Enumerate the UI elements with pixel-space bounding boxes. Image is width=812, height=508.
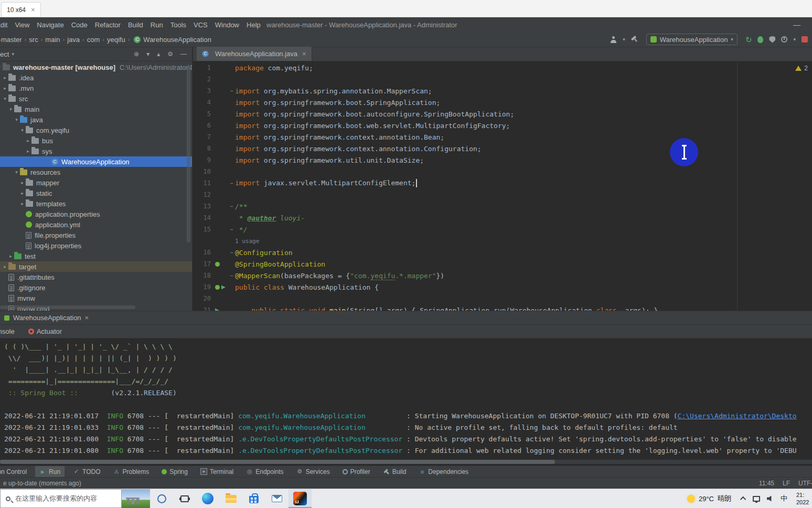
chevron-icon[interactable]: ▸	[19, 180, 26, 185]
tree-item[interactable]: .gitattributes	[0, 272, 192, 282]
gutter-run-icon[interactable]: ▶	[221, 284, 226, 290]
menu-item-window[interactable]: Window	[211, 21, 243, 29]
run-tab-close-icon[interactable]: ×	[85, 314, 89, 322]
breadcrumb-item[interactable]: warehouse-master	[0, 36, 23, 44]
weather-widget[interactable]: 29°C 晴朗	[681, 489, 738, 508]
gear-icon[interactable]: ⚙	[167, 50, 173, 58]
tree-item[interactable]: ▸.mvn	[0, 83, 192, 93]
tray-expand-icon[interactable]	[740, 496, 746, 502]
stop-button[interactable]	[802, 36, 808, 43]
chevron-icon[interactable]: ▾	[19, 128, 26, 133]
fold-icon[interactable]: −	[229, 88, 235, 94]
file-explorer-button[interactable]	[219, 489, 242, 508]
toolwindow-button-terminal[interactable]: Terminal	[196, 466, 238, 477]
store-button[interactable]	[242, 489, 265, 508]
breadcrumb-item[interactable]: yeqifu	[106, 36, 126, 44]
vcs-status-text[interactable]: e up-to-date (moments ago)	[3, 480, 81, 487]
menu-item-help[interactable]: Help	[243, 21, 264, 29]
toolwindow-button-vcs[interactable]: Version Control	[0, 466, 31, 477]
toolwindow-button-dependencies[interactable]: Dependencies	[414, 466, 473, 477]
project-view-selector[interactable]: Project ▾	[0, 50, 14, 58]
menu-item-code[interactable]: Code	[68, 21, 91, 29]
console-file-link[interactable]: C:\Users\Administrator\Deskto	[678, 412, 797, 420]
news-widget-thumbnail[interactable]	[122, 489, 150, 508]
menu-item-vcs[interactable]: VCS	[190, 21, 211, 29]
tab-console[interactable]: Console	[0, 327, 15, 335]
toolwindow-button-services[interactable]: Services	[292, 466, 334, 477]
menu-item-navigate[interactable]: Navigate	[33, 21, 67, 29]
chevron-icon[interactable]: ▾	[2, 96, 8, 101]
task-view-button[interactable]	[173, 489, 196, 508]
tab-actuator[interactable]: Actuator	[28, 327, 62, 335]
fold-icon[interactable]: −	[229, 273, 235, 279]
user-icon[interactable]	[610, 36, 617, 43]
run-tab-title[interactable]: WarehouseApplication	[13, 314, 81, 322]
chevron-icon[interactable]: ▾	[7, 107, 14, 112]
fold-icon[interactable]: −	[229, 250, 235, 256]
tree-item[interactable]: ▸target	[0, 261, 192, 272]
project-scrollbar-horizontal[interactable]	[0, 305, 135, 309]
breadcrumb-item[interactable]: src	[28, 36, 39, 44]
tree-item[interactable]: .gitignore	[0, 282, 192, 293]
fold-icon[interactable]: −	[229, 181, 235, 186]
intellij-button[interactable]	[289, 489, 312, 508]
caret-position[interactable]: 11:45	[759, 480, 774, 487]
tree-item[interactable]: ▸templates	[0, 198, 192, 209]
build-hammer-icon[interactable]	[629, 34, 640, 45]
tree-item[interactable]: ▾resources	[0, 167, 192, 177]
toolwindow-button-todo[interactable]: TODO	[69, 466, 104, 477]
project-scrollbar-vertical[interactable]	[187, 66, 190, 242]
usages-hint[interactable]: 1 usage	[235, 238, 259, 245]
volume-icon[interactable]	[767, 495, 774, 502]
line-separator[interactable]: LF	[783, 480, 790, 487]
hide-panel-icon[interactable]: —	[180, 50, 187, 58]
tree-item[interactable]: log4j.properties	[0, 240, 192, 251]
toolwindow-button-endpoints[interactable]: Endpoints	[242, 466, 287, 477]
debug-button[interactable]	[757, 36, 763, 43]
file-encoding[interactable]: UTF-8	[798, 480, 812, 487]
menu-item-edit[interactable]: Edit	[0, 21, 11, 29]
tree-item[interactable]: ▸mapper	[0, 177, 192, 188]
toolwindow-button-run[interactable]: Run	[35, 466, 65, 477]
breadcrumb-item-class[interactable]: WarehouseApplication	[142, 36, 212, 44]
gutter-bean-icon[interactable]	[215, 285, 220, 290]
tab-close-icon[interactable]: ×	[302, 50, 306, 58]
tree-item[interactable]: ▾warehouse-master [warehouse]C:\Users\Ad…	[0, 62, 192, 72]
toolwindow-button-build[interactable]: Build	[379, 466, 411, 477]
toolwindow-button-profiler[interactable]: Profiler	[338, 466, 375, 477]
run-config-selector[interactable]: WarehouseApplication ▾	[646, 34, 738, 45]
toolwindow-button-problems[interactable]: Problems	[109, 466, 154, 477]
tree-item[interactable]: ▸static	[0, 188, 192, 198]
chevron-icon[interactable]: ▾	[13, 117, 20, 122]
network-icon[interactable]	[753, 496, 760, 502]
vm-tab[interactable]: 10 x64 ×	[1, 2, 41, 17]
vm-tab-close-icon[interactable]: ×	[31, 6, 35, 14]
clock[interactable]: 21: 2022	[796, 491, 812, 506]
console-scrollbar[interactable]	[0, 460, 812, 464]
console-output[interactable]: ( ( )\___ | '_ | '_| | '_ \/ _` | \ \ \ …	[0, 339, 812, 458]
chevron-icon[interactable]: ▸	[2, 86, 8, 91]
chevron-icon[interactable]: ▸	[25, 138, 31, 143]
edge-button[interactable]	[196, 489, 219, 508]
coverage-button[interactable]	[769, 36, 775, 43]
chevron-icon[interactable]: ▸	[19, 201, 26, 206]
tree-item[interactable]: application.properties	[0, 209, 192, 219]
menu-item-refactor[interactable]: Refactor	[91, 21, 124, 29]
locate-file-icon[interactable]: ⊕	[134, 50, 139, 58]
breadcrumb-item[interactable]: com	[86, 36, 101, 44]
cortana-button[interactable]	[150, 489, 173, 508]
breadcrumb-item[interactable]: java	[66, 36, 81, 44]
taskbar-search[interactable]: 在这里输入你要搜索的内容	[0, 489, 122, 508]
chevron-icon[interactable]: ▸	[2, 75, 8, 80]
tree-item[interactable]: application.yml	[0, 219, 192, 230]
tree-item[interactable]: file.properties	[0, 230, 192, 240]
tree-item[interactable]: mvnw	[0, 293, 192, 303]
tree-item[interactable]: WarehouseApplication	[0, 156, 192, 167]
toolwindow-button-spring[interactable]: Spring	[157, 466, 192, 477]
tree-item[interactable]: ▾src	[0, 93, 192, 104]
mail-button[interactable]	[265, 489, 289, 508]
breadcrumb-item[interactable]: main	[44, 36, 61, 44]
menu-item-build[interactable]: Build	[124, 21, 147, 29]
tree-item[interactable]: ▾java	[0, 114, 192, 125]
chevron-icon[interactable]: ▸	[7, 253, 14, 259]
